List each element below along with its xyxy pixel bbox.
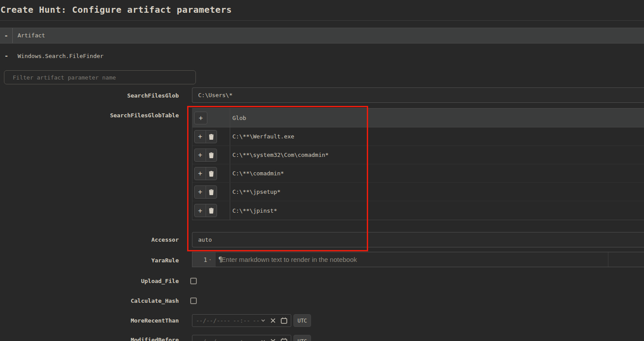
trash-icon bbox=[209, 189, 214, 195]
delete-row-button[interactable] bbox=[206, 149, 217, 161]
calculate-hash-checkbox[interactable] bbox=[190, 297, 197, 304]
plus-icon: + bbox=[198, 207, 203, 215]
row-button-cell: + bbox=[192, 201, 230, 220]
trash-icon bbox=[209, 134, 214, 140]
label-more-recent-than: MoreRecentThan bbox=[0, 317, 179, 324]
accordion-artifact-name[interactable]: - Windows.Search.FileFinder bbox=[0, 47, 644, 65]
add-row-button[interactable]: + bbox=[195, 204, 206, 217]
dialog-titlebar: Create Hunt: Configure artifact paramete… bbox=[0, 0, 644, 21]
editor-placeholder: Enter markdown text to render in the not… bbox=[221, 256, 357, 263]
label-modified-before: ModifiedBefore bbox=[0, 337, 179, 341]
plus-icon: + bbox=[198, 132, 203, 141]
chevron-down-icon[interactable] bbox=[261, 319, 265, 322]
row-button-group: + bbox=[194, 185, 217, 199]
row-button-cell: + bbox=[192, 146, 230, 164]
row-button-cell: + bbox=[192, 164, 230, 182]
row-button-group: + bbox=[194, 204, 217, 217]
more-recent-than-datetime-input[interactable]: --/--/---- --:-- -- bbox=[192, 314, 291, 327]
editor-gutter: 1 · bbox=[192, 252, 216, 267]
time-placeholder[interactable]: --:-- bbox=[233, 317, 250, 324]
line-number: 1 bbox=[203, 256, 207, 263]
delete-row-button[interactable] bbox=[206, 167, 217, 180]
editor-body[interactable]: ¶ Enter markdown text to render in the n… bbox=[216, 252, 644, 267]
row-button-cell: + bbox=[192, 183, 230, 201]
label-accessor: Accessor bbox=[0, 236, 179, 243]
table-row: + C:\**\jpinst* bbox=[192, 201, 644, 220]
clear-icon[interactable] bbox=[270, 318, 276, 323]
label-upload-file: Upload_File bbox=[0, 278, 179, 284]
date-placeholder[interactable]: --/--/---- bbox=[196, 317, 230, 324]
label-yara-rule: YaraRule bbox=[0, 257, 179, 264]
glob-table-header-row: + Glob bbox=[192, 108, 644, 127]
artifact-name-label: Windows.Search.FileFinder bbox=[13, 53, 104, 59]
plus-icon: + bbox=[198, 151, 203, 159]
timezone-button[interactable]: UTC bbox=[293, 335, 311, 341]
label-search-files-glob-table: SearchFilesGlobTable bbox=[0, 112, 179, 119]
plus-icon: + bbox=[198, 169, 203, 178]
create-hunt-dialog: Create Hunt: Configure artifact paramete… bbox=[0, 0, 644, 341]
glob-cell[interactable]: C:\**\jpsetup* bbox=[230, 183, 644, 201]
trash-icon bbox=[209, 152, 214, 158]
table-row: + C:\**\comadmin* bbox=[192, 164, 644, 183]
accordion-artifact-label: Artifact bbox=[13, 28, 45, 43]
add-row-button[interactable]: + bbox=[195, 131, 206, 143]
page-title: Create Hunt: Configure artifact paramete… bbox=[0, 0, 644, 15]
meridiem-placeholder[interactable]: -- bbox=[253, 317, 260, 324]
glob-cell[interactable]: C:\**\system32\Com\comadmin* bbox=[230, 146, 644, 164]
search-files-glob-input[interactable] bbox=[192, 87, 644, 103]
calendar-icon[interactable] bbox=[281, 317, 287, 324]
glob-table-header-button-cell: + bbox=[192, 109, 230, 127]
trash-icon bbox=[209, 207, 214, 214]
delete-row-button[interactable] bbox=[206, 186, 217, 198]
time-placeholder[interactable]: --:-- bbox=[233, 338, 250, 341]
collapse-minus-icon[interactable]: - bbox=[0, 52, 13, 60]
plus-icon: + bbox=[198, 188, 203, 196]
calendar-icon[interactable] bbox=[281, 338, 287, 341]
glob-cell[interactable]: C:\**\Werfault.exe bbox=[230, 127, 644, 145]
table-row: + C:\**\system32\Com\comadmin* bbox=[192, 146, 644, 164]
accessor-input[interactable] bbox=[192, 232, 644, 247]
glob-column-header: Glob bbox=[230, 109, 644, 127]
date-placeholder[interactable]: --/--/---- bbox=[196, 338, 230, 341]
row-button-group: + bbox=[194, 167, 217, 180]
table-row: + C:\**\Werfault.exe bbox=[192, 127, 644, 146]
timezone-button[interactable]: UTC bbox=[293, 314, 311, 327]
search-files-glob-table: + Glob + C:\**\Werfault.exe + bbox=[192, 108, 644, 220]
print-margin-line bbox=[608, 252, 608, 267]
add-row-button[interactable]: + bbox=[195, 167, 206, 180]
add-row-button[interactable]: + bbox=[195, 149, 206, 161]
collapse-minus-icon[interactable]: - bbox=[0, 28, 13, 43]
delete-row-button[interactable] bbox=[206, 131, 217, 143]
table-row: + C:\**\jpsetup* bbox=[192, 183, 644, 201]
row-button-cell: + bbox=[192, 127, 230, 145]
upload-file-checkbox[interactable] bbox=[190, 278, 197, 284]
filter-parameter-input[interactable] bbox=[4, 70, 196, 84]
label-calculate-hash: Calculate_Hash bbox=[0, 297, 179, 304]
clear-icon[interactable] bbox=[270, 338, 276, 341]
row-button-group: + bbox=[194, 149, 217, 162]
meridiem-placeholder[interactable]: -- bbox=[253, 338, 260, 341]
add-row-button[interactable]: + bbox=[195, 186, 206, 198]
glob-cell[interactable]: C:\**\jpinst* bbox=[230, 201, 644, 220]
delete-row-button[interactable] bbox=[206, 204, 217, 217]
plus-icon: + bbox=[199, 114, 203, 122]
gutter-dot: · bbox=[209, 257, 212, 263]
label-search-files-glob: SearchFilesGlob bbox=[0, 92, 179, 99]
trash-icon bbox=[209, 170, 214, 177]
yara-rule-editor[interactable]: 1 · ¶ Enter markdown text to render in t… bbox=[192, 252, 644, 267]
modified-before-datetime-input[interactable]: --/--/---- --:-- -- bbox=[192, 335, 291, 341]
add-row-button[interactable]: + bbox=[194, 112, 207, 124]
glob-cell[interactable]: C:\**\comadmin* bbox=[230, 164, 644, 182]
accordion-artifact[interactable]: - Artifact bbox=[0, 28, 644, 44]
row-button-group: + bbox=[194, 130, 217, 143]
